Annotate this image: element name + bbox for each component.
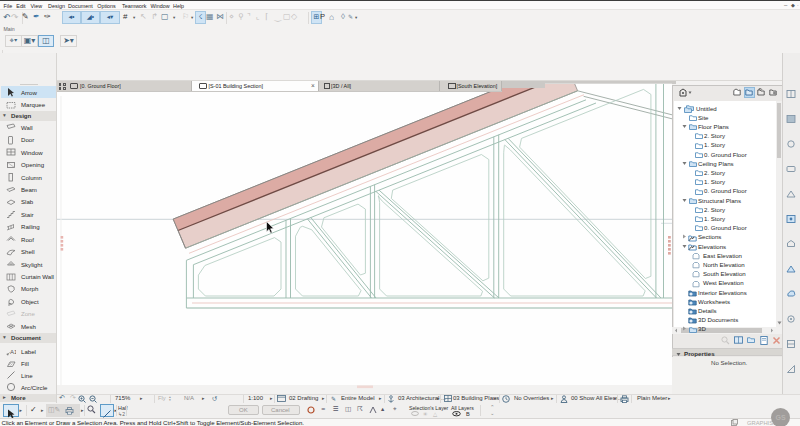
- svg-text:A1: A1: [10, 349, 16, 355]
